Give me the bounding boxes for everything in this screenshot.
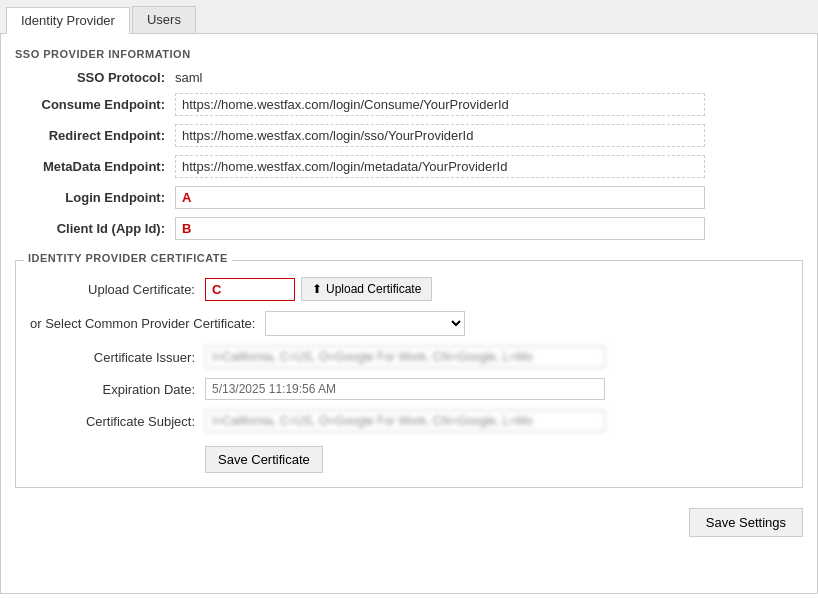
- consume-endpoint-row: Consume Endpoint:: [15, 93, 803, 116]
- metadata-endpoint-row: MetaData Endpoint:: [15, 155, 803, 178]
- consume-endpoint-input[interactable]: [175, 93, 705, 116]
- upload-certificate-row: Upload Certificate: ⬆ Upload Certificate: [30, 277, 788, 301]
- upload-certificate-label: Upload Certificate:: [30, 282, 205, 297]
- login-endpoint-input[interactable]: [175, 186, 705, 209]
- upload-certificate-button[interactable]: ⬆ Upload Certificate: [301, 277, 432, 301]
- save-cert-row: Save Certificate: [30, 442, 788, 473]
- metadata-endpoint-input[interactable]: [175, 155, 705, 178]
- client-id-label: Client Id (App Id):: [15, 221, 175, 236]
- expiration-date-row: Expiration Date:: [30, 378, 788, 400]
- upload-icon: ⬆: [312, 282, 322, 296]
- consume-endpoint-label: Consume Endpoint:: [15, 97, 175, 112]
- certificate-subject-row: Certificate Subject:: [30, 410, 788, 432]
- redirect-endpoint-input[interactable]: [175, 124, 705, 147]
- select-provider-label: or Select Common Provider Certificate:: [30, 316, 265, 331]
- sso-protocol-label: SSO Protocol:: [15, 70, 175, 85]
- tab-bar: Identity Provider Users: [0, 0, 818, 34]
- sso-provider-section: SSO PROVIDER INFORMATION SSO Protocol: s…: [15, 48, 803, 240]
- provider-certificate-select[interactable]: [265, 311, 465, 336]
- metadata-endpoint-label: MetaData Endpoint:: [15, 159, 175, 174]
- tab-users[interactable]: Users: [132, 6, 196, 33]
- login-endpoint-row: Login Endpoint:: [15, 186, 803, 209]
- client-id-row: Client Id (App Id):: [15, 217, 803, 240]
- cert-section: IDENTITY PROVIDER CERTIFICATE Upload Cer…: [15, 260, 803, 488]
- cert-section-title: IDENTITY PROVIDER CERTIFICATE: [24, 252, 232, 264]
- upload-button-label: Upload Certificate: [326, 282, 421, 296]
- client-id-input[interactable]: [175, 217, 705, 240]
- tab-identity-provider[interactable]: Identity Provider: [6, 7, 130, 34]
- tab-users-label: Users: [147, 12, 181, 27]
- certificate-subject-input[interactable]: [205, 410, 605, 432]
- save-settings-button[interactable]: Save Settings: [689, 508, 803, 537]
- redirect-endpoint-row: Redirect Endpoint:: [15, 124, 803, 147]
- sso-protocol-row: SSO Protocol: saml: [15, 70, 803, 85]
- save-settings-row: Save Settings: [15, 502, 803, 537]
- certificate-issuer-label: Certificate Issuer:: [30, 350, 205, 365]
- tab-identity-provider-label: Identity Provider: [21, 13, 115, 28]
- save-cert-label: Save Certificate: [218, 452, 310, 467]
- redirect-endpoint-label: Redirect Endpoint:: [15, 128, 175, 143]
- login-endpoint-label: Login Endpoint:: [15, 190, 175, 205]
- save-certificate-button[interactable]: Save Certificate: [205, 446, 323, 473]
- expiration-date-input[interactable]: [205, 378, 605, 400]
- expiration-date-label: Expiration Date:: [30, 382, 205, 397]
- certificate-issuer-input[interactable]: [205, 346, 605, 368]
- certificate-subject-label: Certificate Subject:: [30, 414, 205, 429]
- main-content: SSO PROVIDER INFORMATION SSO Protocol: s…: [0, 34, 818, 594]
- upload-file-input[interactable]: [205, 278, 295, 301]
- select-provider-row: or Select Common Provider Certificate:: [30, 311, 788, 336]
- sso-section-title: SSO PROVIDER INFORMATION: [15, 48, 803, 60]
- save-settings-label: Save Settings: [706, 515, 786, 530]
- sso-protocol-value: saml: [175, 70, 202, 85]
- certificate-issuer-row: Certificate Issuer:: [30, 346, 788, 368]
